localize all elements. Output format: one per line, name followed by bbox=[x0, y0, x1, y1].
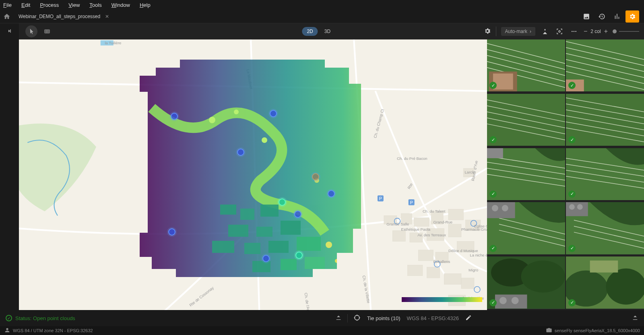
view-2d-button[interactable]: 2D bbox=[302, 27, 318, 36]
check-icon: ✓ bbox=[489, 245, 497, 252]
svg-text:Grand-Rue: Grand-Rue bbox=[433, 220, 452, 224]
elevation-colorbar bbox=[402, 297, 482, 302]
automark-label: Auto-mark bbox=[505, 29, 527, 34]
menu-help[interactable]: Help bbox=[140, 2, 151, 8]
svg-point-56 bbox=[209, 117, 215, 123]
svg-point-58 bbox=[262, 137, 267, 143]
image-thumbnail[interactable]: ✓ bbox=[487, 202, 565, 254]
image-thumbnail[interactable]: ✓ bbox=[566, 94, 644, 146]
project-tab[interactable]: Webinar_DEMO_all_steps_processed ✕ bbox=[15, 12, 112, 21]
svg-rect-138 bbox=[590, 261, 618, 273]
menu-file[interactable]: File bbox=[3, 2, 12, 8]
image-thumbnail[interactable]: ✓ bbox=[487, 39, 565, 91]
svg-rect-20 bbox=[408, 265, 423, 276]
tiepoint-marker[interactable] bbox=[312, 173, 319, 180]
svg-text:P: P bbox=[379, 196, 382, 201]
statusbar: ✓ Status: Open point clouds Tie points (… bbox=[0, 310, 644, 326]
thumbnail-zoom-slider[interactable] bbox=[613, 29, 639, 33]
menubar: File Edit Process View Tools Window Help bbox=[0, 0, 644, 10]
history-icon[interactable] bbox=[595, 10, 609, 23]
cols-plus-button[interactable]: + bbox=[604, 28, 608, 35]
pointer-tool-icon[interactable] bbox=[25, 25, 37, 37]
settings-panel-icon[interactable] bbox=[625, 10, 639, 23]
svg-rect-64 bbox=[281, 221, 301, 235]
image-thumbnail[interactable]: ✓ bbox=[566, 202, 644, 254]
svg-point-74 bbox=[335, 259, 339, 263]
check-icon: ✓ bbox=[568, 299, 576, 306]
svg-text:Grande Salle: Grande Salle bbox=[386, 222, 409, 226]
tiepoint-marker[interactable] bbox=[279, 199, 286, 206]
check-icon: ✓ bbox=[489, 190, 497, 198]
tiepoints-label: Tie points (10) bbox=[367, 315, 400, 321]
tiepoint-marker[interactable] bbox=[262, 255, 270, 262]
slider-handle[interactable] bbox=[613, 29, 617, 33]
image-thumbnail[interactable]: ✓ bbox=[487, 256, 565, 308]
mark-tool-icon[interactable] bbox=[540, 25, 550, 37]
expand-left-panel-icon[interactable] bbox=[6, 28, 13, 35]
slider-track[interactable] bbox=[619, 31, 639, 32]
tiepoint-marker[interactable] bbox=[294, 211, 301, 218]
image-thumbnail[interactable]: ✓ bbox=[566, 256, 644, 308]
tiepoint-marker[interactable] bbox=[168, 228, 175, 236]
svg-rect-66 bbox=[244, 243, 260, 254]
svg-rect-109 bbox=[487, 148, 503, 158]
focus-icon[interactable] bbox=[555, 25, 564, 37]
svg-text:P: P bbox=[410, 200, 413, 205]
tiepoint-marker[interactable] bbox=[237, 149, 244, 156]
cols-minus-button[interactable]: − bbox=[584, 28, 587, 35]
edit-icon[interactable] bbox=[465, 314, 472, 322]
svg-rect-68 bbox=[297, 237, 321, 251]
svg-rect-126 bbox=[566, 202, 588, 216]
svg-rect-22 bbox=[444, 273, 461, 284]
main: P P la Tuilière Le Moulinet Ch. du Champ… bbox=[0, 39, 644, 310]
columns-control: − 2 col + bbox=[584, 28, 608, 35]
svg-rect-13 bbox=[448, 209, 463, 220]
map-settings-icon[interactable] bbox=[484, 27, 491, 36]
check-icon: ✓ bbox=[489, 299, 497, 306]
image-thumbnails-panel[interactable]: ✓ ✓ ✓ ✓ ✓ ✓ bbox=[487, 39, 644, 310]
images-panel-icon[interactable] bbox=[580, 10, 593, 23]
menu-process[interactable]: Process bbox=[40, 2, 59, 8]
status-text: Status: Open point clouds bbox=[15, 315, 75, 321]
close-tab-icon[interactable]: ✕ bbox=[105, 14, 109, 19]
automark-button[interactable]: Auto-mark › bbox=[501, 27, 535, 36]
collapse-up-right-icon[interactable] bbox=[632, 314, 638, 322]
svg-point-121 bbox=[502, 205, 508, 211]
svg-rect-62 bbox=[228, 225, 248, 237]
report-icon[interactable] bbox=[610, 10, 624, 23]
tiepoint-marker[interactable] bbox=[295, 252, 303, 259]
home-icon[interactable] bbox=[3, 13, 10, 20]
svg-rect-14 bbox=[448, 224, 461, 237]
tiepoint-marker[interactable] bbox=[328, 190, 335, 197]
more-icon[interactable] bbox=[569, 25, 579, 37]
svg-point-139 bbox=[355, 315, 359, 320]
crosshair-icon[interactable] bbox=[353, 314, 361, 323]
image-thumbnail[interactable]: ✓ bbox=[487, 94, 565, 146]
menu-window[interactable]: Window bbox=[111, 2, 130, 8]
image-thumbnail[interactable]: ✓ bbox=[487, 148, 565, 200]
menu-view[interactable]: View bbox=[68, 2, 80, 8]
menu-edit[interactable]: Edit bbox=[21, 2, 30, 8]
image-thumbnail[interactable]: ✓ bbox=[566, 148, 644, 200]
menu-tools[interactable]: Tools bbox=[89, 2, 101, 8]
svg-point-127 bbox=[569, 204, 575, 210]
footer-camera: senseFly senseFlyAeriaX_18.5_6000x4000 bbox=[555, 328, 640, 333]
svg-text:Larck: Larck bbox=[465, 170, 475, 174]
toolbar: 2D 3D Auto-mark › − 2 col + bbox=[0, 23, 644, 39]
map-viewport[interactable]: P P la Tuilière Le Moulinet Ch. du Champ… bbox=[19, 39, 487, 310]
left-sidebar bbox=[0, 39, 19, 310]
tiepoint-marker[interactable] bbox=[270, 110, 277, 117]
svg-text:Migro: Migro bbox=[469, 268, 478, 272]
svg-text:Ch. du Talent: Ch. du Talent bbox=[423, 209, 446, 213]
status-ok-icon: ✓ bbox=[6, 315, 12, 321]
image-thumbnail[interactable]: ✓ bbox=[566, 39, 644, 91]
svg-text:Échallens: Échallens bbox=[433, 259, 450, 264]
svg-point-120 bbox=[492, 205, 498, 211]
tiepoint-marker[interactable] bbox=[171, 113, 178, 120]
svg-point-3 bbox=[575, 31, 576, 32]
svg-point-134 bbox=[512, 297, 519, 304]
keyboard-icon[interactable] bbox=[41, 26, 54, 37]
collapse-up-icon[interactable] bbox=[335, 314, 342, 322]
dsm-overlay bbox=[140, 60, 365, 285]
view-3d-button[interactable]: 3D bbox=[320, 27, 335, 36]
